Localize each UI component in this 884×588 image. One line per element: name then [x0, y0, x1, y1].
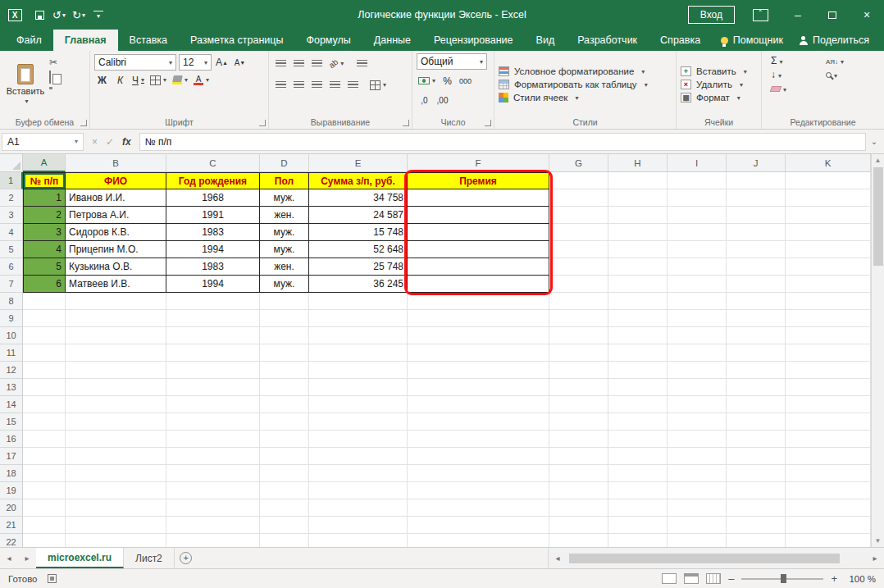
- cell-K19[interactable]: [786, 482, 871, 499]
- cell-K15[interactable]: [786, 413, 871, 431]
- cell-G17[interactable]: [549, 448, 608, 465]
- borders-button[interactable]: [148, 72, 168, 88]
- cell-E10[interactable]: [309, 327, 408, 344]
- cell-F20[interactable]: [408, 499, 549, 517]
- cell-I21[interactable]: [668, 517, 727, 534]
- cell-J20[interactable]: [727, 499, 786, 517]
- cell-B14[interactable]: [66, 396, 166, 413]
- fill-button[interactable]: ↓: [771, 69, 818, 80]
- cell-G7[interactable]: [549, 276, 608, 293]
- cell-F17[interactable]: [408, 448, 549, 465]
- cell-B6[interactable]: Кузькина О.В.: [66, 258, 166, 276]
- cell-G21[interactable]: [549, 517, 608, 534]
- cell-D20[interactable]: [260, 499, 309, 517]
- cell-H16[interactable]: [608, 431, 668, 448]
- conditional-formatting-button[interactable]: Условное форматирование: [499, 66, 672, 76]
- row-header-19[interactable]: 19: [0, 482, 23, 499]
- cell-A15[interactable]: [23, 413, 66, 431]
- column-header-I[interactable]: I: [668, 154, 727, 172]
- cell-D15[interactable]: [260, 413, 309, 431]
- formula-input[interactable]: № п/п: [139, 133, 866, 151]
- cell-D9[interactable]: [260, 310, 309, 327]
- cell-A22[interactable]: [23, 534, 66, 547]
- cell-H22[interactable]: [608, 534, 668, 547]
- cell-F22[interactable]: [408, 534, 549, 547]
- cell-F21[interactable]: [408, 517, 549, 534]
- insert-function-button[interactable]: fx: [122, 136, 131, 148]
- cell-J9[interactable]: [727, 310, 786, 327]
- cell-C15[interactable]: [166, 413, 260, 431]
- ribbon-tab-Разработчик[interactable]: Разработчик: [566, 30, 649, 51]
- cell-I17[interactable]: [668, 448, 727, 465]
- cell-G15[interactable]: [549, 413, 608, 431]
- cell-H21[interactable]: [608, 517, 668, 534]
- page-layout-view-button[interactable]: [684, 573, 699, 584]
- cell-J10[interactable]: [727, 327, 786, 344]
- close-button[interactable]: ×: [850, 0, 884, 30]
- cell-K7[interactable]: [786, 276, 871, 293]
- cell-G14[interactable]: [549, 396, 608, 413]
- cell-C8[interactable]: [166, 293, 260, 310]
- cell-G3[interactable]: [549, 207, 608, 224]
- ribbon-tab-Формулы[interactable]: Формулы: [294, 30, 362, 51]
- cell-K3[interactable]: [786, 207, 871, 224]
- cell-D4[interactable]: муж.: [260, 224, 309, 241]
- cell-F7[interactable]: [408, 276, 549, 293]
- cell-E7[interactable]: 36 245: [309, 276, 408, 293]
- cell-D5[interactable]: муж.: [260, 241, 309, 258]
- cell-D19[interactable]: [260, 482, 309, 499]
- cell-G9[interactable]: [549, 310, 608, 327]
- select-all-corner[interactable]: [0, 154, 23, 172]
- cell-K16[interactable]: [786, 431, 871, 448]
- cell-D11[interactable]: [260, 344, 309, 362]
- cell-H5[interactable]: [608, 241, 668, 258]
- cell-C5[interactable]: 1994: [166, 241, 260, 258]
- cell-A16[interactable]: [23, 431, 66, 448]
- cell-A7[interactable]: 6: [23, 276, 66, 293]
- font-size-select[interactable]: 12: [179, 54, 212, 71]
- insert-cells-button[interactable]: + Вставить: [681, 66, 757, 76]
- cell-J7[interactable]: [727, 276, 786, 293]
- zoom-in-button[interactable]: +: [831, 572, 837, 585]
- ribbon-tab-Главная[interactable]: Главная: [53, 30, 118, 51]
- cell-G22[interactable]: [549, 534, 608, 547]
- cell-C12[interactable]: [166, 362, 260, 379]
- cell-F12[interactable]: [408, 362, 549, 379]
- decrease-font-button[interactable]: А▼: [232, 55, 248, 71]
- cell-J15[interactable]: [727, 413, 786, 431]
- cell-A21[interactable]: [23, 517, 66, 534]
- decrease-indent-button[interactable]: [327, 77, 343, 93]
- cell-E14[interactable]: [309, 396, 408, 413]
- ribbon-tab-Вид[interactable]: Вид: [525, 30, 567, 51]
- cell-A2[interactable]: 1: [23, 189, 66, 207]
- cell-K14[interactable]: [786, 396, 871, 413]
- cell-I10[interactable]: [668, 327, 727, 344]
- dialog-launcher-icon[interactable]: [259, 120, 266, 126]
- cell-E13[interactable]: [309, 379, 408, 396]
- row-header-7[interactable]: 7: [0, 276, 23, 293]
- sheet-tab-list2[interactable]: Лист2: [124, 548, 175, 568]
- cell-E9[interactable]: [309, 310, 408, 327]
- cell-B2[interactable]: Иванов И.И.: [66, 189, 166, 207]
- cell-H8[interactable]: [608, 293, 668, 310]
- cell-H20[interactable]: [608, 499, 668, 517]
- cell-K12[interactable]: [786, 362, 871, 379]
- cell-F19[interactable]: [408, 482, 549, 499]
- autosum-button[interactable]: Σ: [771, 55, 818, 66]
- cell-K22[interactable]: [786, 534, 871, 547]
- cell-D1[interactable]: Пол: [260, 172, 309, 189]
- cell-E20[interactable]: [309, 499, 408, 517]
- cell-I5[interactable]: [668, 241, 727, 258]
- cell-J14[interactable]: [727, 396, 786, 413]
- cell-J12[interactable]: [727, 362, 786, 379]
- row-header-5[interactable]: 5: [0, 241, 23, 258]
- column-header-D[interactable]: D: [260, 154, 309, 172]
- cell-J13[interactable]: [727, 379, 786, 396]
- excel-app-button[interactable]: X: [0, 0, 30, 30]
- decrease-decimal-button[interactable]: ,00: [435, 93, 450, 108]
- sheet-nav-left-icon[interactable]: ◂: [0, 548, 18, 568]
- cell-A10[interactable]: [23, 327, 66, 344]
- font-name-select[interactable]: Calibri: [94, 54, 176, 71]
- cell-D6[interactable]: жен.: [260, 258, 309, 276]
- increase-font-button[interactable]: А▲: [214, 55, 230, 71]
